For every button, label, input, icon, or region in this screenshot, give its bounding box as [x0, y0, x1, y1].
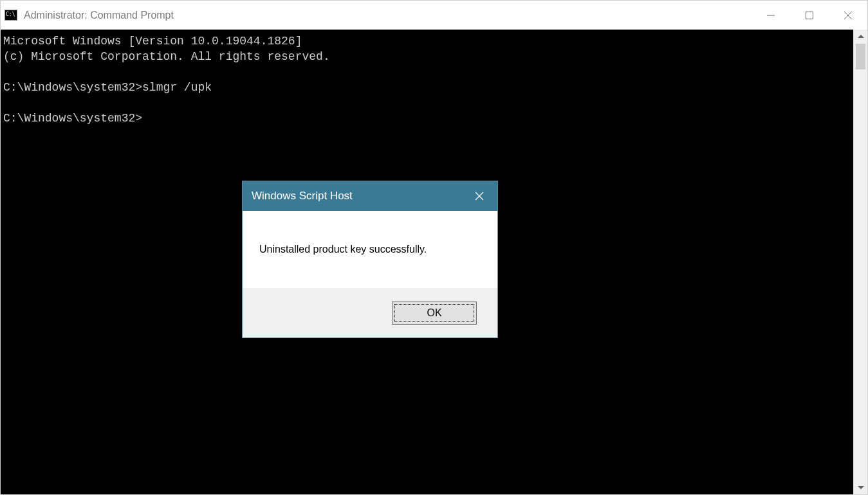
script-host-dialog: Windows Script Host Uninstalled product … [242, 181, 498, 338]
dialog-message: Uninstalled product key successfully. [259, 244, 427, 255]
scroll-down-arrow[interactable] [854, 480, 867, 494]
scroll-up-arrow[interactable] [854, 30, 867, 44]
window-controls [752, 1, 867, 30]
close-icon [844, 11, 853, 20]
dialog-body: Uninstalled product key successfully. OK [243, 211, 497, 338]
chevron-up-icon [858, 35, 864, 39]
dialog-close-button[interactable] [461, 181, 497, 211]
maximize-button[interactable] [790, 1, 829, 30]
svg-rect-1 [806, 12, 813, 19]
chevron-down-icon [858, 485, 864, 489]
vertical-scrollbar[interactable] [853, 30, 867, 494]
close-button[interactable] [829, 1, 867, 30]
dialog-button-area: OK [243, 288, 497, 338]
close-icon [475, 192, 484, 201]
dialog-message-area: Uninstalled product key successfully. [243, 211, 497, 288]
minimize-icon [766, 11, 775, 20]
ok-button[interactable]: OK [392, 302, 477, 325]
scroll-track[interactable] [854, 44, 867, 480]
window-title: Administrator: Command Prompt [24, 10, 752, 21]
dialog-title: Windows Script Host [252, 190, 461, 203]
cmd-icon [5, 10, 17, 21]
titlebar[interactable]: Administrator: Command Prompt [1, 1, 867, 30]
maximize-icon [805, 11, 814, 20]
dialog-titlebar[interactable]: Windows Script Host [243, 181, 497, 211]
minimize-button[interactable] [752, 1, 790, 30]
scroll-thumb[interactable] [856, 44, 865, 69]
